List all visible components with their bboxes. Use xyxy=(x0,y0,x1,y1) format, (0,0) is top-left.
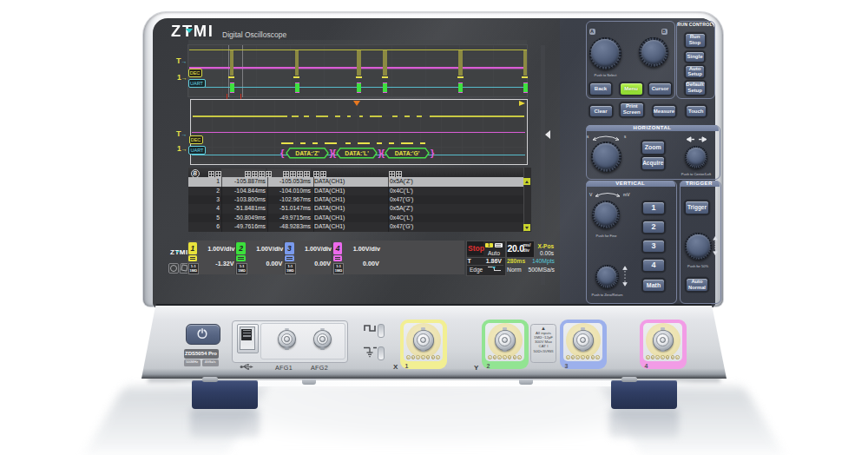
svg-text:DATA:'Z': DATA:'Z' xyxy=(295,150,319,156)
svg-text:DATA:'L': DATA:'L' xyxy=(345,150,369,156)
svg-text:DATA:'G': DATA:'G' xyxy=(395,150,420,156)
